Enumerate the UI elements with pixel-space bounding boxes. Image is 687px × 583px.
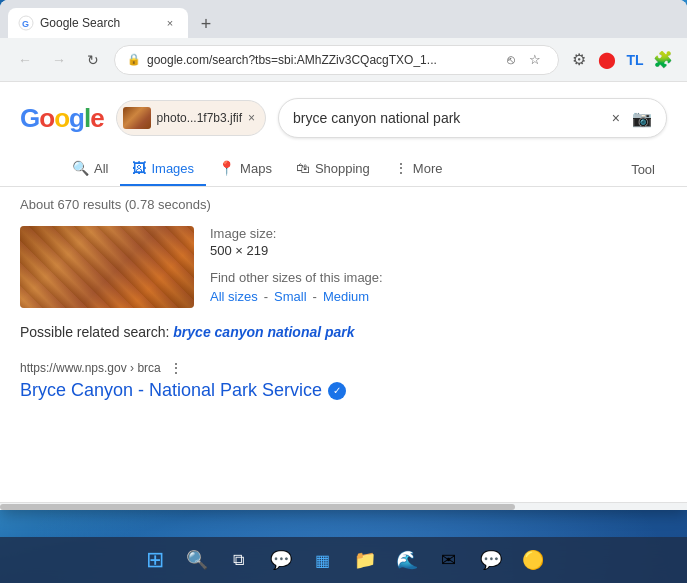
size-separator-1: - (264, 289, 268, 304)
related-search: Possible related search: bryce canyon na… (20, 324, 667, 340)
nav-more-label: More (413, 161, 443, 176)
widgets-button[interactable]: ▦ (305, 542, 341, 578)
bookmark-icon[interactable]: ☆ (524, 49, 546, 71)
extensions-icon[interactable]: 🧩 (651, 48, 675, 72)
share-icon[interactable]: ⎋ (500, 49, 522, 71)
search-text-box[interactable]: bryce canyon national park × 📷 (278, 98, 667, 138)
turbo-icon[interactable]: TL (623, 48, 647, 72)
opera-icon[interactable]: ⬤ (595, 48, 619, 72)
horizontal-scrollbar[interactable] (0, 502, 687, 510)
search-query-text: bryce canyon national park (293, 110, 604, 126)
nav-maps-label: Maps (240, 161, 272, 176)
nav-images-label: Images (151, 161, 194, 176)
teams-taskbar-icon[interactable]: 💬 (263, 542, 299, 578)
nav-all-label: All (94, 161, 108, 176)
tab-title: Google Search (40, 16, 156, 30)
google-logo: Google (20, 103, 104, 134)
results-count: About 670 results (0.78 seconds) (20, 197, 667, 212)
chrome-taskbar-button[interactable]: 🟡 (515, 542, 551, 578)
nav-item-all[interactable]: 🔍 All (60, 152, 120, 186)
logo-o1: o (39, 103, 54, 133)
image-size-label: Image size: (210, 226, 383, 241)
results-area: About 670 results (0.78 seconds) Image s… (0, 187, 687, 421)
images-icon: 🖼 (132, 160, 146, 176)
image-search-pill[interactable]: photo...1f7b3.jfif × (116, 100, 266, 136)
search-pill-filename: photo...1f7b3.jfif (157, 111, 242, 125)
tab-favicon: G (18, 15, 34, 31)
result-more-button[interactable]: ⋮ (169, 360, 183, 376)
tools-button[interactable]: Tool (619, 154, 667, 185)
address-input[interactable]: 🔒 google.com/search?tbs=sbi:AMhZZiv3CQac… (114, 45, 559, 75)
edge-browser-button[interactable]: 🌊 (389, 542, 425, 578)
logo-e: e (90, 103, 103, 133)
tab-close-button[interactable]: × (162, 15, 178, 31)
search-content: Google photo...1f7b3.jfif × bryce canyon… (0, 82, 687, 502)
result-title-text: Bryce Canyon - National Park Service (20, 380, 322, 401)
logo-g: G (20, 103, 39, 133)
maps-icon: 📍 (218, 160, 235, 176)
search-navigation: 🔍 All 🖼 Images 📍 Maps 🛍 Shopping ⋮ (0, 148, 687, 187)
nav-shopping-label: Shopping (315, 161, 370, 176)
svg-text:G: G (22, 19, 29, 29)
nav-item-more[interactable]: ⋮ More (382, 152, 455, 186)
google-header: Google photo...1f7b3.jfif × bryce canyon… (0, 82, 687, 148)
size-separator-2: - (313, 289, 317, 304)
result-title-link[interactable]: Bryce Canyon - National Park Service ✓ (20, 380, 667, 401)
extension-icons: ⚙ ⬤ TL 🧩 (567, 48, 675, 72)
start-button[interactable]: ⊞ (137, 542, 173, 578)
logo-o2: o (54, 103, 69, 133)
scrollbar-thumb[interactable] (0, 504, 515, 510)
image-result-box: Image size: 500 × 219 Find other sizes o… (20, 226, 667, 308)
related-search-link[interactable]: bryce canyon national park (173, 324, 354, 340)
search-clear-button[interactable]: × (612, 110, 620, 126)
search-pill-close[interactable]: × (248, 111, 255, 125)
nav-item-shopping[interactable]: 🛍 Shopping (284, 152, 382, 186)
camera-search-button[interactable]: 📷 (632, 109, 652, 128)
related-search-prefix: Possible related search: (20, 324, 169, 340)
taskbar: ⊞ 🔍 ⧉ 💬 ▦ 📁 🌊 ✉ 💬 🟡 (0, 537, 687, 583)
lock-icon: 🔒 (127, 53, 141, 66)
forward-button[interactable]: → (46, 47, 72, 73)
result-image-thumbnail[interactable] (20, 226, 194, 308)
address-actions: ⎋ ☆ (500, 49, 546, 71)
more-dots-icon: ⋮ (394, 160, 408, 176)
address-text: google.com/search?tbs=sbi:AMhZZiv3CQacgT… (147, 53, 490, 67)
search-pill-image (123, 107, 151, 129)
desktop: WINDOWSDIGITAL.COM G Google Search × + ← (0, 0, 687, 583)
settings-icon[interactable]: ⚙ (567, 48, 591, 72)
verified-badge: ✓ (328, 382, 346, 400)
task-view-button[interactable]: ⧉ (221, 542, 257, 578)
search-result-item: https://www.nps.gov › brca ⋮ Bryce Canyo… (20, 360, 667, 401)
back-icon: ← (18, 52, 32, 68)
reload-button[interactable]: ↻ (80, 47, 106, 73)
result-url: https://www.nps.gov › brca (20, 361, 161, 375)
messenger-button[interactable]: 💬 (473, 542, 509, 578)
address-bar: ← → ↻ 🔒 google.com/search?tbs=sbi:AMhZZi… (0, 38, 687, 82)
tab-bar: G Google Search × + (0, 0, 687, 38)
find-other-label: Find other sizes of this image: (210, 270, 383, 285)
browser-window: G Google Search × + ← → ↻ 🔒 google.com/s… (0, 0, 687, 510)
image-size-value: 500 × 219 (210, 243, 383, 258)
file-explorer-button[interactable]: 📁 (347, 542, 383, 578)
result-url-row: https://www.nps.gov › brca ⋮ (20, 360, 667, 376)
nav-item-maps[interactable]: 📍 Maps (206, 152, 284, 186)
small-size-link[interactable]: Small (274, 289, 307, 304)
search-taskbar-button[interactable]: 🔍 (179, 542, 215, 578)
nav-item-images[interactable]: 🖼 Images (120, 152, 206, 186)
all-sizes-link[interactable]: All sizes (210, 289, 258, 304)
reload-icon: ↻ (87, 52, 99, 68)
medium-size-link[interactable]: Medium (323, 289, 369, 304)
shopping-icon: 🛍 (296, 160, 310, 176)
forward-icon: → (52, 52, 66, 68)
size-links: All sizes - Small - Medium (210, 289, 383, 304)
image-info: Image size: 500 × 219 Find other sizes o… (210, 226, 383, 308)
logo-g2: g (69, 103, 84, 133)
new-tab-button[interactable]: + (192, 10, 220, 38)
all-search-icon: 🔍 (72, 160, 89, 176)
back-button[interactable]: ← (12, 47, 38, 73)
mail-button[interactable]: ✉ (431, 542, 467, 578)
browser-tab[interactable]: G Google Search × (8, 8, 188, 38)
